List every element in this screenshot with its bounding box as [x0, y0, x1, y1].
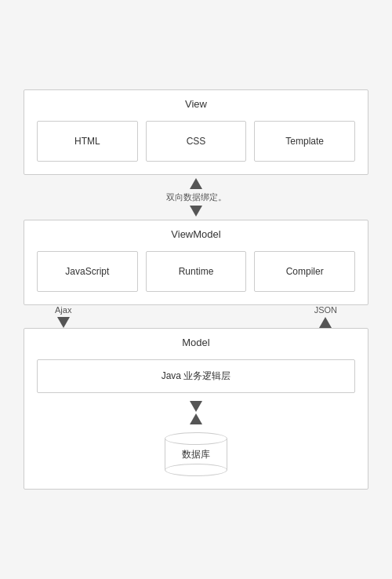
viewmodel-title: ViewModel [37, 228, 355, 240]
arrow-up-icon [188, 178, 204, 189]
cylinder-bottom [165, 464, 227, 476]
db-arrow-down-icon [188, 401, 204, 412]
svg-marker-1 [190, 206, 202, 217]
json-label: JSON [314, 305, 337, 315]
java-db-arrow [188, 401, 204, 424]
view-item-template: Template [254, 121, 355, 162]
db-arrow-up-icon [188, 413, 204, 424]
view-item-css: CSS [146, 121, 247, 162]
model-layer: Model Java 业务逻辑层 数据库 [24, 328, 368, 490]
view-layer: View HTML CSS Template [24, 89, 368, 175]
split-arrows: Ajax JSON [24, 305, 368, 328]
view-title: View [37, 98, 355, 110]
svg-marker-0 [190, 178, 202, 189]
json-arrow-up-icon [318, 317, 333, 328]
view-items: HTML CSS Template [37, 121, 355, 162]
ajax-label: Ajax [55, 305, 71, 315]
db-label: 数据库 [182, 448, 210, 461]
arrow-down-icon [188, 206, 204, 217]
ajax-arrow-down-icon [56, 317, 71, 328]
model-inner: Java 业务逻辑层 数据库 [37, 359, 355, 476]
ajax-arrow: Ajax [55, 305, 71, 328]
svg-marker-3 [319, 317, 332, 328]
viewmodel-item-runtime: Runtime [146, 251, 247, 292]
java-box: Java 业务逻辑层 [37, 359, 355, 393]
cylinder-top [165, 432, 227, 445]
viewmodel-item-compiler: Compiler [254, 251, 355, 292]
svg-marker-2 [57, 317, 70, 328]
database-cylinder: 数据库 [165, 432, 227, 476]
model-title: Model [37, 337, 355, 348]
svg-marker-4 [190, 401, 202, 412]
svg-marker-5 [190, 413, 202, 424]
view-item-html: HTML [37, 121, 138, 162]
diagram: View HTML CSS Template 双向数据绑定。 ViewModel… [16, 74, 376, 505]
view-viewmodel-arrow: 双向数据绑定。 [24, 175, 368, 220]
viewmodel-items: JavaScript Runtime Compiler [37, 251, 355, 292]
binding-label: 双向数据绑定。 [166, 191, 227, 203]
viewmodel-item-js: JavaScript [37, 251, 138, 292]
json-arrow: JSON [314, 305, 337, 328]
viewmodel-layer: ViewModel JavaScript Runtime Compiler [24, 220, 368, 305]
